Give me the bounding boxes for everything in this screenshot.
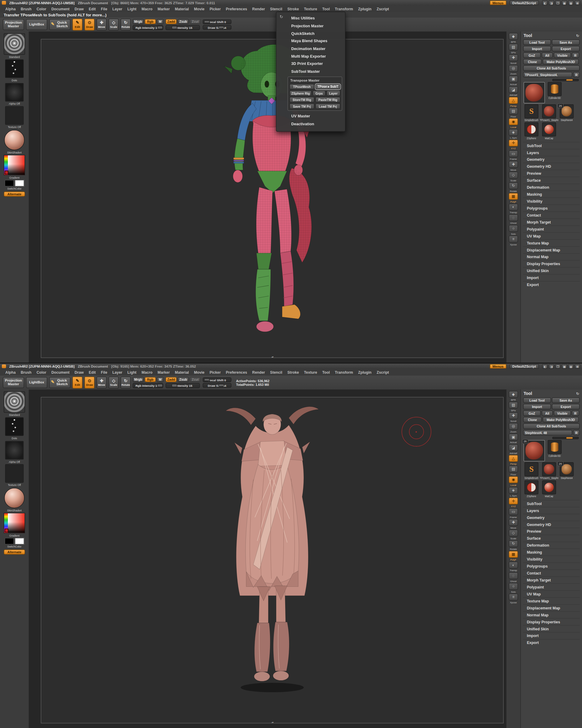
right-shelf-icon[interactable]: ◪ <box>509 444 518 451</box>
tool-panel-button[interactable]: GoZ <box>523 410 541 416</box>
main-color-swatch[interactable] <box>4 538 14 545</box>
menu-item[interactable]: Marker <box>155 370 172 374</box>
zplugin-menu-item[interactable]: QuickSketch <box>280 29 342 37</box>
zcut-button[interactable]: Zcut <box>189 19 201 24</box>
right-shelf-icon[interactable]: ▭ <box>509 508 518 515</box>
menu-item[interactable]: Zscript <box>374 370 392 374</box>
lightbox-button[interactable]: LightBox <box>26 377 47 388</box>
current-brush-thumbnail[interactable] <box>4 391 25 413</box>
saturation-value-box[interactable] <box>8 513 25 532</box>
tool-thumbnail[interactable]: 26 Stephtest4 <box>558 104 575 122</box>
tool-panel-button[interactable]: Visible <box>554 52 571 58</box>
window-control-icon[interactable]: ❐ <box>555 1 560 5</box>
tool-r-button[interactable]: R <box>573 72 580 77</box>
right-shelf-icon[interactable]: ✛ <box>509 497 518 504</box>
projection-master-button[interactable]: Projection Master <box>3 19 24 30</box>
tool-subpalette-header[interactable]: Layers <box>523 149 580 156</box>
right-shelf-item[interactable]: ✛ XYZ <box>507 139 520 150</box>
current-brush-thumbnail[interactable] <box>4 33 25 55</box>
menu-item[interactable]: Render <box>250 370 268 374</box>
transpose-master-button[interactable]: Save TM Prj <box>289 103 315 109</box>
tool-thumbnail[interactable]: TPose#1_Stepht <box>541 462 557 479</box>
tool-panel-button[interactable]: All <box>542 410 553 416</box>
tool-subpalette-header[interactable]: Preview <box>523 170 580 177</box>
window-control-icon[interactable]: ◨ <box>549 364 554 368</box>
right-shelf-item[interactable]: ◈ L.Sym <box>507 487 520 497</box>
right-shelf-icon[interactable]: ◈ <box>509 487 518 494</box>
right-shelf-icon[interactable]: ◈ <box>509 129 518 136</box>
draw-size-slider[interactable]: Draw Size 64 <box>203 25 231 30</box>
alternate-button[interactable]: Alternate <box>4 549 25 554</box>
menu-item[interactable]: Picker <box>207 7 223 11</box>
default-zscript-button[interactable]: DefaultZScript <box>509 1 539 5</box>
menus-button[interactable]: Menus <box>490 1 506 5</box>
saturation-value-box[interactable] <box>8 155 25 175</box>
tool-panel-button[interactable]: Clone <box>523 59 542 64</box>
zplugin-menu-item[interactable]: Maya Blend Shapes <box>280 37 342 45</box>
transpose-master-button[interactable]: Load TM Prj <box>315 103 340 109</box>
window-control-icon[interactable]: ❐ <box>555 364 560 368</box>
doc-size-handle[interactable]: ▴▾ <box>271 721 273 724</box>
zplugin-menu-item[interactable]: Misc Utilities <box>280 14 342 22</box>
draw-mode-button[interactable]: ⊙Draw <box>84 19 95 31</box>
canvas-area[interactable]: ▴▾ <box>29 389 506 728</box>
right-shelf-icon[interactable]: ▣ <box>509 76 518 82</box>
right-shelf-item[interactable]: ◌ Ghost <box>507 572 520 582</box>
zcut-button[interactable]: Zcut <box>189 377 201 382</box>
menu-item[interactable]: File <box>98 370 110 374</box>
tool-panel-button[interactable]: Make PolyMesh3D <box>542 59 579 64</box>
menu-item[interactable]: Picker <box>207 370 223 374</box>
right-shelf-icon[interactable]: ≡ <box>509 236 518 243</box>
window-control-icon[interactable]: ◧ <box>542 1 548 5</box>
menu-item[interactable]: Color <box>34 7 49 11</box>
right-shelf-item[interactable]: ✚ Move <box>507 161 520 171</box>
menu-item[interactable]: Draw <box>72 370 86 374</box>
tool-subpalette-header[interactable]: Masking <box>523 548 580 555</box>
right-shelf-item[interactable]: ▤ Floor <box>507 466 520 476</box>
tool-subpalette-header[interactable]: Unified Skin <box>523 267 580 274</box>
current-stroke-thumbnail[interactable] <box>5 417 24 436</box>
tool-thumbnail-image[interactable] <box>548 440 562 454</box>
right-shelf-item[interactable]: ◈ L.Sym <box>507 129 520 139</box>
menu-item[interactable]: Transform <box>332 370 356 374</box>
tool-preview-slider[interactable] <box>553 79 579 81</box>
tool-thumbnail[interactable]: 26 Stephtest4 <box>558 462 575 479</box>
menu-item[interactable]: Document <box>49 7 72 11</box>
m-button[interactable]: M <box>157 19 164 24</box>
current-texture-thumbnail[interactable] <box>5 106 24 125</box>
secondary-color-swatch[interactable] <box>15 538 24 545</box>
tool-thumbnail-image[interactable] <box>542 480 556 494</box>
tool-subpalette-header[interactable]: Surface <box>523 535 580 542</box>
tool-panel-button[interactable]: Load Tool <box>523 40 551 45</box>
tool-panel-button[interactable]: All <box>542 52 553 58</box>
tool-thumbnail[interactable]: ZSphere <box>523 123 540 140</box>
right-shelf-icon[interactable]: ≡ <box>509 594 518 601</box>
tool-thumbnail-image[interactable] <box>525 104 539 118</box>
right-shelf-item[interactable]: ◉ Local <box>507 118 520 129</box>
zadd-button[interactable]: Zadd <box>166 377 177 382</box>
zplugin-menu-item[interactable]: UV Master <box>280 112 342 120</box>
right-shelf-icon[interactable]: ▣ <box>509 434 518 440</box>
menus-button[interactable]: Menus <box>490 364 506 368</box>
menu-item[interactable]: File <box>98 7 110 11</box>
move-mode-button[interactable]: ✚Move <box>97 19 107 31</box>
menu-item[interactable]: Zplugin <box>356 7 374 11</box>
tool-subpalette-header[interactable]: Export <box>523 639 580 646</box>
menu-item[interactable]: Zplugin <box>356 370 374 374</box>
current-tool-name[interactable]: Stephtest4. 48 <box>523 430 572 435</box>
tool-subpalette-header[interactable]: Visibility <box>523 198 580 204</box>
right-shelf-item[interactable]: ◌ Ghost <box>507 214 520 225</box>
right-shelf-icon[interactable]: ◇ <box>509 172 518 179</box>
right-shelf-icon[interactable]: ◎ <box>509 423 518 430</box>
tool-subpalette-header[interactable]: Displacement Map <box>523 246 580 253</box>
tool-subpalette-header[interactable]: Texture Map <box>523 239 580 246</box>
tool-subpalette-header[interactable]: Geometry HD <box>523 521 580 528</box>
right-shelf-item[interactable]: ↻ Rotate <box>507 182 520 192</box>
right-shelf-item[interactable]: ◇ Scale <box>507 172 520 182</box>
right-shelf-icon[interactable]: ✚ <box>509 519 518 526</box>
menu-item[interactable]: Macro <box>139 370 155 374</box>
m-button[interactable]: M <box>157 377 164 382</box>
right-shelf-item[interactable]: ◐ Transp <box>507 204 520 214</box>
right-shelf-item[interactable]: ▣ Actual <box>507 76 520 86</box>
right-shelf-icon[interactable]: ◐ <box>509 204 518 210</box>
